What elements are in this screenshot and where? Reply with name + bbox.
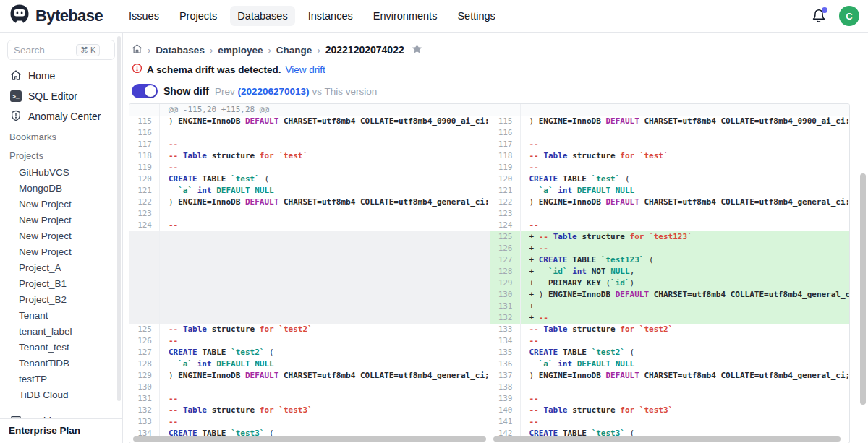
code-line bbox=[160, 254, 490, 266]
code-line: + bbox=[521, 301, 850, 312]
view-drift-link[interactable]: View drift bbox=[286, 64, 326, 75]
diff-row: 127CREATE TABLE `test2` ( bbox=[129, 347, 490, 358]
code-line: + CREATE TABLE `test123` ( bbox=[521, 254, 850, 266]
sidebar-section-projects[interactable]: Projects bbox=[0, 147, 122, 164]
line-number bbox=[129, 266, 160, 278]
code-line: -- Table structure for `test3` bbox=[160, 405, 490, 416]
favorite-star-icon[interactable] bbox=[411, 43, 423, 58]
diff-row: 129+ PRIMARY KEY (`id`) bbox=[490, 278, 850, 289]
line-number: 122 bbox=[490, 197, 521, 208]
line-number: 124 bbox=[129, 220, 160, 231]
line-number: 127 bbox=[490, 254, 521, 266]
line-number: 116 bbox=[129, 127, 160, 139]
diff-row: 120CREATE TABLE `test` ( bbox=[490, 173, 850, 185]
code-line bbox=[160, 312, 490, 324]
nav-databases[interactable]: Databases bbox=[230, 6, 294, 26]
diff-row: 119-- bbox=[129, 162, 490, 173]
diff-pane-current[interactable]: 115) ENGINE=InnoDB DEFAULT CHARSET=utf8m… bbox=[490, 104, 850, 443]
sidebar-section-bookmarks[interactable]: Bookmarks bbox=[0, 128, 122, 145]
line-number: 129 bbox=[490, 278, 521, 289]
project-item[interactable]: tenant_label bbox=[0, 323, 122, 339]
breadcrumb-databases[interactable]: Databases bbox=[156, 45, 205, 56]
project-item[interactable]: Tenant bbox=[0, 307, 122, 323]
breadcrumb-separator: › bbox=[317, 45, 320, 56]
diff-row bbox=[129, 243, 490, 254]
prev-version-link[interactable]: (202206270013) bbox=[238, 86, 310, 97]
line-number: 136 bbox=[490, 358, 521, 370]
code-line: -- bbox=[160, 335, 490, 347]
show-diff-toggle[interactable] bbox=[132, 84, 158, 98]
project-item[interactable]: TiDB Cloud bbox=[0, 387, 122, 403]
diff-row: 118-- Table structure for `test` bbox=[490, 150, 850, 162]
code-line: `a` int DEFAULT NULL bbox=[521, 358, 850, 370]
diff-row: 116 bbox=[490, 127, 850, 139]
code-line: -- bbox=[160, 139, 490, 150]
project-item[interactable]: Project_B1 bbox=[0, 275, 122, 291]
code-line: + `id` int NOT NULL, bbox=[521, 266, 850, 278]
sidebar-item-anomaly-center[interactable]: Anomaly Center bbox=[0, 106, 122, 126]
bytebase-logo[interactable]: Bytebase bbox=[9, 4, 103, 28]
project-item[interactable]: TenantTiDB bbox=[0, 355, 122, 371]
nav-settings[interactable]: Settings bbox=[450, 6, 502, 26]
home-icon bbox=[10, 69, 22, 83]
search-input[interactable] bbox=[14, 45, 76, 56]
code-line bbox=[160, 208, 490, 220]
project-item[interactable]: testTP bbox=[0, 371, 122, 387]
nav-projects[interactable]: Projects bbox=[172, 6, 224, 26]
diff-pane-previous[interactable]: @@ -115,20 +115,28 @@115) ENGINE=InnoDB … bbox=[129, 104, 490, 443]
show-diff-row: Show diff Prev (202206270013) vs This ve… bbox=[123, 76, 868, 99]
code-line: -- bbox=[521, 416, 850, 428]
bytebase-logo-icon bbox=[9, 4, 30, 28]
sidebar-item-sql-editor[interactable]: >_ SQL Editor bbox=[0, 86, 122, 106]
user-avatar[interactable]: C bbox=[839, 6, 859, 26]
project-item[interactable]: Project_B2 bbox=[0, 291, 122, 307]
right-pane-hscrollbar[interactable] bbox=[493, 436, 841, 442]
breadcrumb-home-icon[interactable] bbox=[132, 43, 142, 57]
top-navbar: Bytebase IssuesProjectsDatabasesInstance… bbox=[0, 0, 868, 33]
diff-row: @@ -115,20 +115,28 @@ bbox=[129, 104, 490, 116]
line-number: 126 bbox=[129, 335, 160, 347]
line-number: 138 bbox=[490, 382, 521, 393]
line-number: 133 bbox=[129, 416, 160, 428]
nav-environments[interactable]: Environments bbox=[366, 6, 445, 26]
show-diff-label: Show diff bbox=[163, 85, 209, 97]
project-item[interactable]: New Project bbox=[0, 228, 122, 244]
code-line bbox=[521, 208, 850, 220]
nav-instances[interactable]: Instances bbox=[301, 6, 360, 26]
project-item[interactable]: Project_A bbox=[0, 259, 122, 275]
diff-row: 118-- Table structure for `test` bbox=[129, 150, 490, 162]
diff-row: 117-- bbox=[490, 139, 850, 150]
nav-issues[interactable]: Issues bbox=[122, 6, 166, 26]
code-line: ) ENGINE=InnoDB DEFAULT CHARSET=utf8mb4 … bbox=[521, 370, 850, 382]
project-item[interactable]: GitHubVCS bbox=[0, 164, 122, 180]
diff-row: 136 `a` int DEFAULT NULL bbox=[490, 358, 850, 370]
project-item[interactable]: MongoDB bbox=[0, 180, 122, 196]
left-pane-hscrollbar[interactable] bbox=[133, 436, 486, 442]
project-item[interactable]: Tenant_test bbox=[0, 339, 122, 355]
diff-row: 130 bbox=[129, 382, 490, 393]
breadcrumb-employee[interactable]: employee bbox=[218, 45, 263, 56]
diff-row: 120CREATE TABLE `test` ( bbox=[129, 173, 490, 185]
diff-row bbox=[129, 231, 490, 243]
diff-row: 123 bbox=[129, 208, 490, 220]
diff-row: 125+ -- Table structure for `test123` bbox=[490, 231, 850, 243]
code-line: -- Table structure for `test` bbox=[160, 150, 490, 162]
notifications-bell-icon[interactable] bbox=[812, 9, 826, 23]
code-line bbox=[160, 266, 490, 278]
page-vertical-scrollbar[interactable] bbox=[860, 173, 866, 405]
main-content: › Databases › employee › Change › 202212… bbox=[123, 33, 868, 443]
search-box[interactable]: ⌘ K bbox=[7, 40, 115, 60]
notification-badge bbox=[822, 7, 827, 13]
line-number: 118 bbox=[129, 150, 160, 162]
sidebar-scrollbar[interactable] bbox=[117, 36, 121, 401]
code-line bbox=[521, 104, 850, 116]
sidebar-item-home[interactable]: Home bbox=[0, 66, 122, 86]
project-item[interactable]: New Project bbox=[0, 212, 122, 228]
line-number bbox=[129, 243, 160, 254]
project-item[interactable]: New Project bbox=[0, 244, 122, 259]
diff-row: 131-- bbox=[129, 393, 490, 405]
line-number: 129 bbox=[129, 370, 160, 382]
breadcrumb-change[interactable]: Change bbox=[276, 45, 312, 56]
project-item[interactable]: New Project bbox=[0, 196, 122, 212]
line-number: 125 bbox=[490, 231, 521, 243]
